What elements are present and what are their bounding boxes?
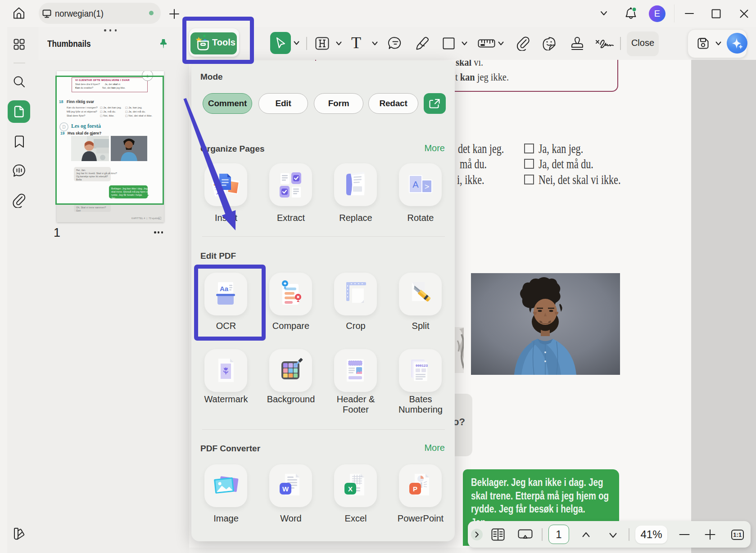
svg-text:X: X [348,485,353,493]
svg-text:P: P [413,485,417,493]
svg-text:A: A [412,180,419,189]
svg-text:W: W [282,485,289,493]
svg-text:000123: 000123 [416,364,428,368]
svg-text:>: > [425,182,430,191]
